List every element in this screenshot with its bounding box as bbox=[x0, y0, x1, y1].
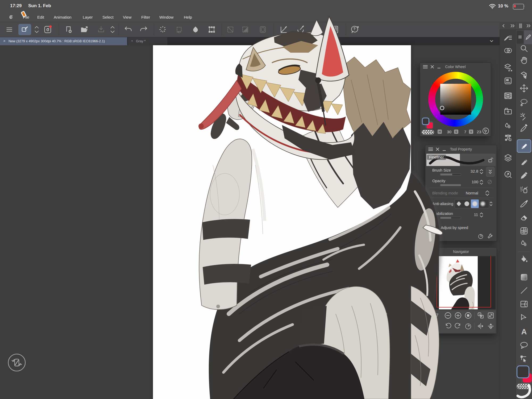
tool-operate-object-icon[interactable] bbox=[519, 70, 529, 80]
zoom-percent-value[interactable]: 40.7 bbox=[430, 313, 438, 318]
rotate-right-button[interactable] bbox=[454, 322, 462, 330]
dock-layers-icon[interactable] bbox=[504, 153, 513, 163]
tool-hand-icon[interactable] bbox=[520, 56, 528, 65]
brush-size-expand-button[interactable] bbox=[486, 167, 494, 177]
navigator-header[interactable]: Navigator bbox=[425, 248, 497, 256]
onscreen-keyboard-icon[interactable] bbox=[332, 25, 339, 34]
help-icon[interactable]: ? bbox=[350, 25, 359, 34]
menu-animation[interactable]: Animation bbox=[54, 13, 72, 22]
stabilization-slider[interactable] bbox=[440, 217, 461, 219]
menu-layer[interactable]: Layer bbox=[83, 13, 93, 22]
tab-close-icon[interactable]: × bbox=[3, 39, 6, 43]
hue-value[interactable]: 30 bbox=[443, 130, 451, 134]
aa-middle-button-selected[interactable] bbox=[471, 200, 479, 208]
tool-balloon-icon[interactable] bbox=[519, 341, 529, 350]
dock-navigator-icon[interactable] bbox=[504, 170, 513, 179]
dock-transform-panel-icon[interactable] bbox=[504, 47, 513, 55]
opacity-slider[interactable] bbox=[440, 184, 461, 186]
clip-studio-logo-icon[interactable] bbox=[7, 14, 15, 21]
stabilization-stepper[interactable] bbox=[479, 212, 484, 218]
value-value[interactable]: 23 bbox=[474, 130, 481, 134]
flip-vertical-button[interactable] bbox=[487, 322, 494, 330]
fill-icon[interactable] bbox=[192, 26, 200, 34]
dock-workspace-layout-icon[interactable] bbox=[504, 77, 512, 85]
color-set-cycle-button[interactable] bbox=[482, 127, 489, 135]
blending-mode-value[interactable]: Normal bbox=[466, 191, 478, 195]
tool-lasso-icon[interactable] bbox=[519, 98, 529, 107]
sv-square[interactable] bbox=[440, 84, 471, 115]
tool-move-layer-icon[interactable] bbox=[519, 84, 529, 93]
dock-animation-timeline-icon[interactable] bbox=[504, 92, 513, 100]
aa-strong-button[interactable] bbox=[479, 200, 487, 208]
tool-liquify-icon[interactable] bbox=[519, 226, 529, 235]
tool-property-header[interactable]: Tool Property bbox=[425, 145, 497, 153]
dock-layer-property-icon[interactable] bbox=[504, 63, 513, 72]
tool-brush-icon[interactable] bbox=[519, 171, 529, 180]
menu-window[interactable]: Window bbox=[159, 13, 173, 22]
tool-gradient-icon[interactable] bbox=[520, 273, 528, 281]
zoom-100-button[interactable] bbox=[464, 311, 472, 319]
open-file-icon[interactable] bbox=[80, 26, 89, 34]
tab-inactive[interactable]: ● Gray * bbox=[128, 37, 167, 45]
saturation-value[interactable]: 7 bbox=[459, 130, 466, 134]
fullscreen-button[interactable] bbox=[487, 312, 494, 319]
snap-to-ruler-icon[interactable] bbox=[279, 25, 288, 34]
blending-mode-chevrons[interactable] bbox=[484, 189, 490, 197]
stabilization-value[interactable]: 11 bbox=[470, 212, 478, 217]
navigator-thumbnail-area[interactable] bbox=[426, 256, 496, 309]
brush-size-stepper[interactable] bbox=[479, 168, 484, 175]
zoom-out-button[interactable] bbox=[444, 311, 452, 319]
tool-decoration-icon[interactable] bbox=[519, 200, 529, 208]
tool-eyedropper-icon[interactable] bbox=[519, 124, 529, 133]
tool-fill-bucket-icon[interactable] bbox=[519, 255, 529, 263]
dock-drag-handle-icon[interactable] bbox=[519, 23, 522, 28]
snap-to-special-ruler-icon[interactable] bbox=[296, 25, 305, 34]
dock-sub-tool-icon[interactable] bbox=[504, 34, 513, 42]
tool-auto-select-icon[interactable] bbox=[519, 112, 529, 121]
selection-invert-icon[interactable] bbox=[241, 25, 250, 34]
rotate-left-button[interactable] bbox=[444, 322, 452, 330]
aa-weak-button[interactable] bbox=[463, 200, 471, 208]
save-chevrons-icon[interactable] bbox=[110, 25, 115, 34]
navigator-viewport-frame[interactable] bbox=[437, 256, 491, 307]
tool-settings-wrench-icon[interactable] bbox=[487, 233, 493, 239]
zoom-in-button[interactable] bbox=[454, 311, 462, 319]
transform-icon[interactable] bbox=[207, 25, 216, 34]
collapse-left-chevron-icon[interactable] bbox=[501, 23, 506, 28]
reset-rotation-button[interactable] bbox=[464, 322, 472, 330]
rotation-value[interactable]: 0.0 bbox=[432, 324, 438, 329]
dock-import-icon[interactable] bbox=[504, 107, 513, 115]
opacity-stepper[interactable] bbox=[479, 179, 484, 185]
anti-aliasing-chevrons[interactable] bbox=[489, 200, 493, 207]
rotate-lock-button[interactable] bbox=[7, 353, 26, 372]
tool-zoom-icon[interactable] bbox=[520, 44, 528, 53]
flip-horizontal-button[interactable] bbox=[477, 322, 484, 330]
tool-straight-line-icon[interactable] bbox=[520, 286, 528, 295]
redo-icon[interactable] bbox=[139, 26, 148, 34]
transparent-color-swatch[interactable] bbox=[517, 384, 531, 389]
aa-none-button[interactable] bbox=[455, 200, 463, 208]
pen-tablet-mode-button[interactable] bbox=[18, 24, 31, 35]
expand-right-chevrons-icon[interactable] bbox=[510, 23, 516, 28]
unlock-icon[interactable] bbox=[488, 157, 493, 163]
tool-airbrush-icon[interactable] bbox=[519, 185, 529, 194]
menu-help[interactable]: Help bbox=[184, 13, 192, 22]
brush-preview[interactable]: Fineliner bbox=[426, 154, 496, 166]
clip-studio-app-icon[interactable] bbox=[44, 25, 52, 34]
tab-active[interactable]: × New (3279 x 4902px 300dpi 40.7% : RGB:… bbox=[0, 37, 127, 45]
selection-border-icon[interactable] bbox=[259, 25, 267, 34]
reset-tool-icon[interactable] bbox=[477, 233, 484, 239]
main-color-swatch[interactable] bbox=[517, 365, 529, 378]
cw-transparent-swatch[interactable] bbox=[422, 130, 434, 135]
tool-polyline-icon[interactable] bbox=[520, 313, 528, 321]
brush-size-value[interactable]: 32.8 bbox=[467, 169, 478, 173]
brush-size-slider[interactable] bbox=[440, 173, 461, 176]
adjust-by-speed-checkbox[interactable] bbox=[433, 225, 438, 231]
tool-text-icon[interactable]: A bbox=[520, 327, 528, 336]
color-wheel-header[interactable]: Color Wheel bbox=[420, 63, 491, 71]
undo-icon[interactable] bbox=[124, 26, 132, 34]
menu-view[interactable]: View bbox=[123, 13, 131, 22]
new-canvas-icon[interactable] bbox=[65, 26, 73, 34]
tool-frame-border-icon[interactable] bbox=[519, 300, 529, 308]
tool-eraser-icon[interactable] bbox=[519, 213, 529, 222]
